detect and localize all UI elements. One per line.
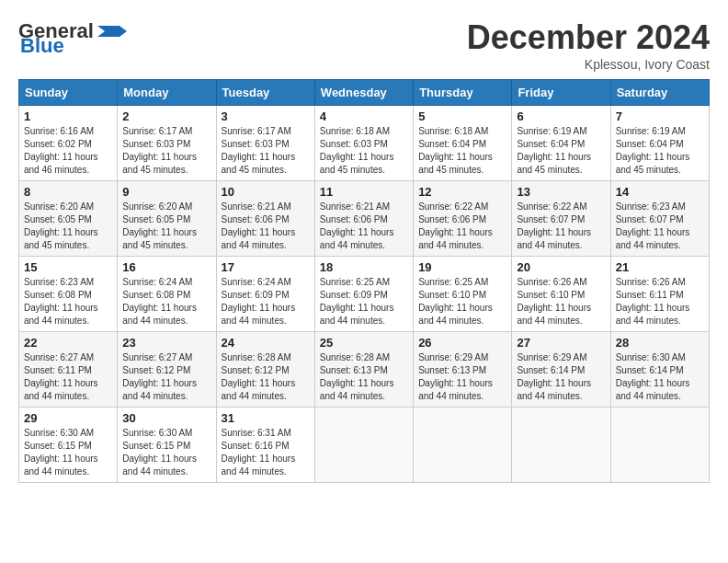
day-number: 5 <box>418 109 506 123</box>
day-number: 11 <box>320 185 408 199</box>
day-number: 27 <box>517 336 605 350</box>
day-number: 31 <box>222 411 310 425</box>
day-number: 14 <box>616 185 704 199</box>
day-number: 28 <box>616 336 704 350</box>
day-info: Sunrise: 6:27 AMSunset: 6:11 PMDaylight:… <box>24 351 112 403</box>
day-number: 8 <box>24 185 112 199</box>
day-info: Sunrise: 6:22 AMSunset: 6:07 PMDaylight:… <box>517 201 605 252</box>
location: Kplessou, Ivory Coast <box>467 57 710 72</box>
col-wednesday: Wednesday <box>314 80 413 106</box>
logo-blue-text: Blue <box>20 34 64 57</box>
day-number: 16 <box>122 260 210 274</box>
calendar-cell: 26Sunrise: 6:29 AMSunset: 6:13 PMDayligh… <box>414 332 512 408</box>
calendar-cell: 31Sunrise: 6:31 AMSunset: 6:16 PMDayligh… <box>216 408 314 483</box>
calendar-cell: 21Sunrise: 6:26 AMSunset: 6:11 PMDayligh… <box>610 257 709 332</box>
day-info: Sunrise: 6:25 AMSunset: 6:10 PMDaylight:… <box>418 276 506 327</box>
calendar-cell: 10Sunrise: 6:21 AMSunset: 6:06 PMDayligh… <box>216 181 314 257</box>
calendar-cell: 1Sunrise: 6:16 AMSunset: 6:02 PMDaylight… <box>19 106 118 181</box>
calendar-cell: 13Sunrise: 6:22 AMSunset: 6:07 PMDayligh… <box>512 181 610 257</box>
day-info: Sunrise: 6:20 AMSunset: 6:05 PMDaylight:… <box>24 201 112 252</box>
calendar-cell: 25Sunrise: 6:28 AMSunset: 6:13 PMDayligh… <box>314 332 413 408</box>
day-number: 22 <box>24 336 112 350</box>
month-title: December 2024 <box>467 18 710 57</box>
day-info: Sunrise: 6:27 AMSunset: 6:12 PMDaylight:… <box>122 351 210 403</box>
day-number: 10 <box>222 185 310 199</box>
calendar-cell <box>414 408 512 483</box>
calendar-week-row: 1Sunrise: 6:16 AMSunset: 6:02 PMDaylight… <box>19 106 710 181</box>
day-info: Sunrise: 6:28 AMSunset: 6:13 PMDaylight:… <box>320 351 408 403</box>
calendar-cell <box>610 408 709 483</box>
calendar-cell: 30Sunrise: 6:30 AMSunset: 6:15 PMDayligh… <box>118 408 216 483</box>
day-info: Sunrise: 6:30 AMSunset: 6:15 PMDaylight:… <box>24 427 112 478</box>
day-number: 19 <box>418 260 506 274</box>
calendar-cell: 3Sunrise: 6:17 AMSunset: 6:03 PMDaylight… <box>216 106 314 181</box>
logo: General Blue <box>18 18 127 57</box>
day-info: Sunrise: 6:17 AMSunset: 6:03 PMDaylight:… <box>122 125 210 177</box>
day-info: Sunrise: 6:23 AMSunset: 6:07 PMDaylight:… <box>616 201 704 252</box>
col-sunday: Sunday <box>19 80 118 106</box>
day-info: Sunrise: 6:30 AMSunset: 6:14 PMDaylight:… <box>616 351 704 403</box>
day-number: 12 <box>418 185 506 199</box>
calendar-cell: 8Sunrise: 6:20 AMSunset: 6:05 PMDaylight… <box>19 181 118 257</box>
calendar-header-row: Sunday Monday Tuesday Wednesday Thursday… <box>19 80 710 106</box>
title-block: December 2024 Kplessou, Ivory Coast <box>467 18 710 72</box>
day-number: 9 <box>122 185 210 199</box>
day-info: Sunrise: 6:26 AMSunset: 6:11 PMDaylight:… <box>616 276 704 327</box>
calendar-cell: 5Sunrise: 6:18 AMSunset: 6:04 PMDaylight… <box>414 106 512 181</box>
day-info: Sunrise: 6:25 AMSunset: 6:09 PMDaylight:… <box>320 276 408 327</box>
calendar-week-row: 8Sunrise: 6:20 AMSunset: 6:05 PMDaylight… <box>19 181 710 257</box>
day-info: Sunrise: 6:17 AMSunset: 6:03 PMDaylight:… <box>222 125 310 177</box>
calendar-cell: 20Sunrise: 6:26 AMSunset: 6:10 PMDayligh… <box>512 257 610 332</box>
day-number: 29 <box>24 411 112 425</box>
day-number: 23 <box>122 336 210 350</box>
day-number: 1 <box>24 109 112 123</box>
day-info: Sunrise: 6:21 AMSunset: 6:06 PMDaylight:… <box>222 201 310 252</box>
svg-marker-0 <box>97 26 127 37</box>
calendar-cell: 23Sunrise: 6:27 AMSunset: 6:12 PMDayligh… <box>118 332 216 408</box>
col-tuesday: Tuesday <box>216 80 314 106</box>
page-header: General Blue December 2024 Kplessou, Ivo… <box>18 18 710 72</box>
day-info: Sunrise: 6:30 AMSunset: 6:15 PMDaylight:… <box>122 427 210 478</box>
day-info: Sunrise: 6:24 AMSunset: 6:08 PMDaylight:… <box>122 276 210 327</box>
calendar-cell: 4Sunrise: 6:18 AMSunset: 6:03 PMDaylight… <box>314 106 413 181</box>
calendar-week-row: 22Sunrise: 6:27 AMSunset: 6:11 PMDayligh… <box>19 332 710 408</box>
col-monday: Monday <box>118 80 216 106</box>
col-saturday: Saturday <box>610 80 709 106</box>
day-info: Sunrise: 6:16 AMSunset: 6:02 PMDaylight:… <box>24 125 112 177</box>
day-number: 17 <box>222 260 310 274</box>
col-thursday: Thursday <box>414 80 512 106</box>
calendar-week-row: 29Sunrise: 6:30 AMSunset: 6:15 PMDayligh… <box>19 408 710 483</box>
day-info: Sunrise: 6:23 AMSunset: 6:08 PMDaylight:… <box>24 276 112 327</box>
day-number: 6 <box>517 109 605 123</box>
day-number: 25 <box>320 336 408 350</box>
day-number: 21 <box>616 260 704 274</box>
day-info: Sunrise: 6:22 AMSunset: 6:06 PMDaylight:… <box>418 201 506 252</box>
calendar-cell: 28Sunrise: 6:30 AMSunset: 6:14 PMDayligh… <box>610 332 709 408</box>
day-number: 26 <box>418 336 506 350</box>
day-number: 15 <box>24 260 112 274</box>
calendar-cell: 16Sunrise: 6:24 AMSunset: 6:08 PMDayligh… <box>118 257 216 332</box>
calendar-cell: 18Sunrise: 6:25 AMSunset: 6:09 PMDayligh… <box>314 257 413 332</box>
day-info: Sunrise: 6:18 AMSunset: 6:04 PMDaylight:… <box>418 125 506 177</box>
day-number: 2 <box>122 109 210 123</box>
day-info: Sunrise: 6:26 AMSunset: 6:10 PMDaylight:… <box>517 276 605 327</box>
calendar-cell: 9Sunrise: 6:20 AMSunset: 6:05 PMDaylight… <box>118 181 216 257</box>
calendar-cell: 15Sunrise: 6:23 AMSunset: 6:08 PMDayligh… <box>19 257 118 332</box>
day-info: Sunrise: 6:31 AMSunset: 6:16 PMDaylight:… <box>222 427 310 478</box>
calendar-cell <box>512 408 610 483</box>
calendar-cell: 12Sunrise: 6:22 AMSunset: 6:06 PMDayligh… <box>414 181 512 257</box>
day-number: 4 <box>320 109 408 123</box>
col-friday: Friday <box>512 80 610 106</box>
calendar-cell: 11Sunrise: 6:21 AMSunset: 6:06 PMDayligh… <box>314 181 413 257</box>
day-info: Sunrise: 6:29 AMSunset: 6:13 PMDaylight:… <box>418 351 506 403</box>
day-number: 18 <box>320 260 408 274</box>
day-number: 20 <box>517 260 605 274</box>
day-info: Sunrise: 6:28 AMSunset: 6:12 PMDaylight:… <box>222 351 310 403</box>
day-info: Sunrise: 6:19 AMSunset: 6:04 PMDaylight:… <box>616 125 704 177</box>
day-number: 7 <box>616 109 704 123</box>
calendar-cell: 6Sunrise: 6:19 AMSunset: 6:04 PMDaylight… <box>512 106 610 181</box>
calendar-cell: 24Sunrise: 6:28 AMSunset: 6:12 PMDayligh… <box>216 332 314 408</box>
logo-arrow-icon <box>94 18 127 44</box>
day-info: Sunrise: 6:21 AMSunset: 6:06 PMDaylight:… <box>320 201 408 252</box>
day-number: 13 <box>517 185 605 199</box>
